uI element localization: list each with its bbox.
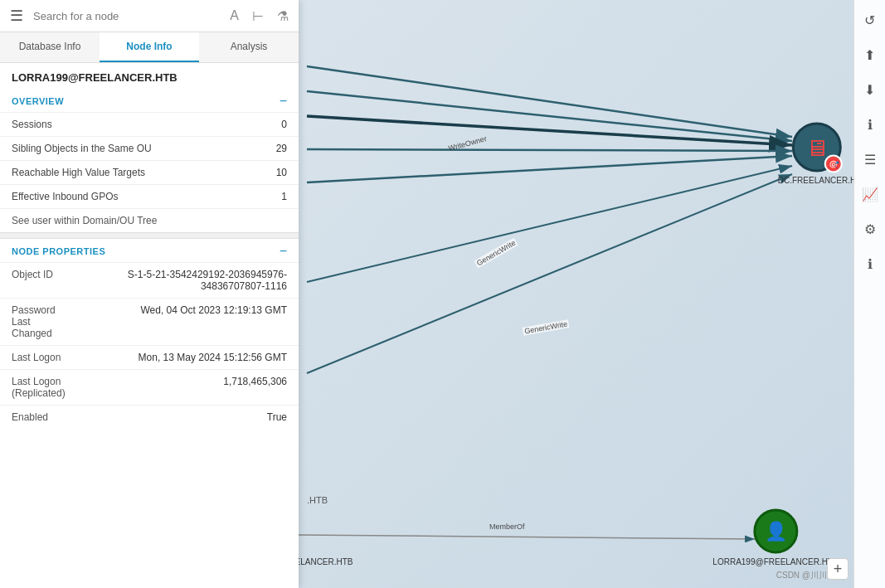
- properties-label: NODE PROPERTIES: [12, 246, 105, 256]
- tab-analysis[interactable]: Analysis: [199, 32, 299, 62]
- gpos-label: Effective Inbound GPOs: [12, 191, 119, 202]
- search-input[interactable]: [33, 10, 220, 22]
- password-changed-key: Password Last Changed: [12, 304, 78, 339]
- user-node-label: LORRA199@FREELANCER.HTB: [712, 557, 838, 566]
- last-logon-rep-key: Last Logon (Replicated): [12, 376, 78, 399]
- tab-node-info[interactable]: Node Info: [100, 32, 199, 62]
- dc-node-label: DC.FREELANCER.H: [778, 176, 856, 185]
- user-node[interactable]: 👤 LORRA199@FREELANCER.HTB: [712, 509, 838, 566]
- top-bar: ☰ A ⊢ ⚗: [0, 0, 299, 32]
- enabled-val: True: [78, 411, 287, 423]
- user-icon: 👤: [765, 521, 787, 542]
- sibling-label: Sibling Objects in the Same OU: [12, 143, 152, 154]
- reachable-hvt-row[interactable]: Reachable High Value Targets 10: [0, 160, 299, 184]
- path-icon[interactable]: ⊢: [249, 7, 267, 26]
- sessions-row[interactable]: Sessions 0: [0, 112, 299, 136]
- overview-collapse-btn[interactable]: −: [280, 94, 287, 109]
- prop-enabled: Enabled True: [0, 405, 299, 429]
- list-icon[interactable]: ☰: [858, 148, 882, 171]
- prop-last-logon-replicated: Last Logon (Replicated) 1,718,465,306: [0, 369, 299, 405]
- section-divider: [0, 232, 299, 239]
- settings-icon[interactable]: ⚙: [858, 217, 882, 241]
- sessions-label: Sessions: [12, 119, 52, 130]
- overview-label: OVERVIEW: [12, 96, 64, 106]
- gpos-value: 1: [281, 191, 287, 202]
- see-user-row[interactable]: See user within Domain/OU Tree: [0, 208, 299, 232]
- node-title: LORRA199@FREELANCER.HTB: [0, 63, 299, 89]
- last-logon-key: Last Logon: [12, 352, 78, 363]
- overview-section-header: OVERVIEW −: [0, 89, 299, 112]
- font-size-icon[interactable]: A: [226, 7, 242, 25]
- download-icon[interactable]: ⬇: [858, 78, 882, 101]
- last-logon-rep-val: 1,718,465,306: [78, 376, 287, 399]
- sibling-objects-row[interactable]: Sibling Objects in the Same OU 29: [0, 136, 299, 160]
- sessions-value: 0: [281, 119, 287, 130]
- refresh-icon[interactable]: ↺: [858, 8, 882, 32]
- edge-label-memberof: MemberOf: [489, 522, 525, 531]
- help-icon[interactable]: ℹ: [858, 252, 882, 275]
- password-changed-val: Wed, 04 Oct 2023 12:19:13 GMT: [78, 304, 287, 339]
- properties-collapse-btn[interactable]: −: [280, 244, 287, 259]
- plus-button[interactable]: +: [827, 558, 849, 580]
- object-id-val: S-1-5-21-3542429192-2036945976-348367078…: [78, 269, 287, 292]
- object-id-key: Object ID: [12, 269, 78, 292]
- tabs: Database Info Node Info Analysis: [0, 32, 299, 63]
- hamburger-icon[interactable]: ☰: [7, 5, 27, 27]
- bottom-left-label: .HTB: [307, 495, 328, 505]
- right-toolbar: ↺ ⬆ ⬇ ℹ ☰ 📈 ⚙ ℹ: [853, 0, 885, 588]
- chart-icon[interactable]: 📈: [858, 182, 882, 206]
- filter-icon[interactable]: ⚗: [274, 7, 292, 26]
- monitor-icon: 🖥: [805, 134, 829, 161]
- prop-password-changed: Password Last Changed Wed, 04 Oct 2023 1…: [0, 298, 299, 345]
- dc-node[interactable]: 🖥 🎯 DC.FREELANCER.H: [778, 123, 856, 185]
- effective-gpos-row[interactable]: Effective Inbound GPOs 1: [0, 184, 299, 208]
- prop-last-logon: Last Logon Mon, 13 May 2024 15:12:56 GMT: [0, 345, 299, 369]
- reachable-label: Reachable High Value Targets: [12, 167, 145, 178]
- see-user-label: See user within Domain/OU Tree: [12, 215, 157, 226]
- prop-object-id: Object ID S-1-5-21-3542429192-2036945976…: [0, 262, 299, 298]
- left-panel: ☰ A ⊢ ⚗ Database Info Node Info Analysis…: [0, 0, 299, 588]
- info-icon[interactable]: ℹ: [858, 113, 882, 136]
- enabled-key: Enabled: [12, 411, 78, 423]
- upload-icon[interactable]: ⬆: [858, 43, 882, 66]
- reachable-value: 10: [276, 167, 287, 178]
- properties-section-header: NODE PROPERTIES −: [0, 239, 299, 262]
- panel-content: LORRA199@FREELANCER.HTB OVERVIEW − Sessi…: [0, 63, 299, 588]
- last-logon-val: Mon, 13 May 2024 15:12:56 GMT: [78, 352, 287, 363]
- user-node-circle: 👤: [753, 509, 798, 554]
- sibling-value: 29: [276, 143, 287, 154]
- target-overlay: 🎯: [824, 155, 843, 173]
- tab-database-info[interactable]: Database Info: [0, 32, 100, 62]
